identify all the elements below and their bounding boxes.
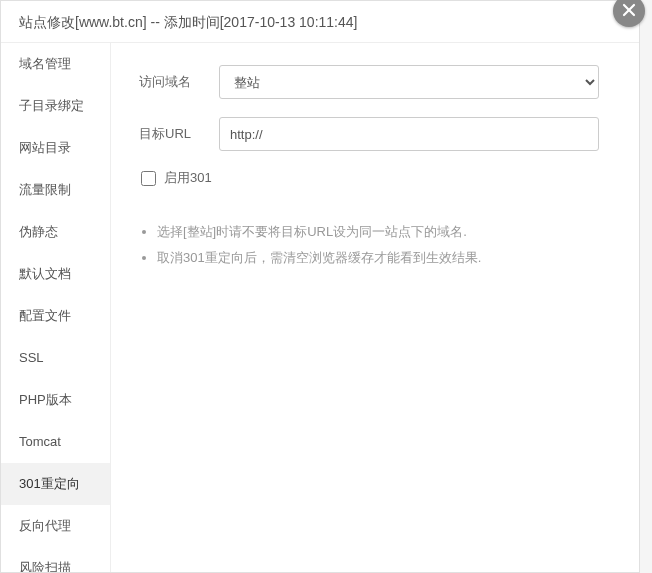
sidebar-item-5[interactable]: 默认文档 — [1, 253, 110, 295]
label-target-url: 目标URL — [139, 125, 219, 143]
input-target-url[interactable] — [219, 117, 599, 151]
sidebar-item-3[interactable]: 流量限制 — [1, 169, 110, 211]
dialog-title: 站点修改[www.bt.cn] -- 添加时间[2017-10-13 10:11… — [1, 1, 639, 43]
close-icon — [621, 2, 637, 21]
sidebar-item-1[interactable]: 子目录绑定 — [1, 85, 110, 127]
sidebar-item-6[interactable]: 配置文件 — [1, 295, 110, 337]
sidebar-item-0[interactable]: 域名管理 — [1, 43, 110, 85]
sidebar-item-4[interactable]: 伪静态 — [1, 211, 110, 253]
sidebar-item-8[interactable]: PHP版本 — [1, 379, 110, 421]
row-access-domain: 访问域名 整站 — [139, 65, 611, 99]
sidebar-item-11[interactable]: 反向代理 — [1, 505, 110, 547]
sidebar-item-7[interactable]: SSL — [1, 337, 110, 379]
sidebar-item-9[interactable]: Tomcat — [1, 421, 110, 463]
sidebar-item-12[interactable]: 风险扫描 — [1, 547, 110, 572]
site-edit-dialog: 站点修改[www.bt.cn] -- 添加时间[2017-10-13 10:11… — [0, 0, 640, 573]
select-access-domain[interactable]: 整站 — [219, 65, 599, 99]
tip-item: 取消301重定向后，需清空浏览器缓存才能看到生效结果. — [157, 245, 611, 271]
row-enable-301: 启用301 — [141, 169, 611, 187]
sidebar-item-10[interactable]: 301重定向 — [1, 463, 110, 505]
close-button[interactable] — [613, 0, 645, 27]
sidebar-item-2[interactable]: 网站目录 — [1, 127, 110, 169]
label-access-domain: 访问域名 — [139, 73, 219, 91]
row-target-url: 目标URL — [139, 117, 611, 151]
tip-item: 选择[整站]时请不要将目标URL设为同一站点下的域名. — [157, 219, 611, 245]
tips-list: 选择[整站]时请不要将目标URL设为同一站点下的域名.取消301重定向后，需清空… — [139, 219, 611, 271]
panel-301-redirect: 访问域名 整站 目标URL 启用301 选择[整站]时请不要将目标URL设为同一… — [111, 43, 639, 572]
checkbox-enable-301[interactable] — [141, 171, 156, 186]
label-enable-301[interactable]: 启用301 — [164, 169, 212, 187]
sidebar: 域名管理子目录绑定网站目录流量限制伪静态默认文档配置文件SSLPHP版本Tomc… — [1, 43, 111, 572]
dialog-body: 域名管理子目录绑定网站目录流量限制伪静态默认文档配置文件SSLPHP版本Tomc… — [1, 43, 639, 572]
